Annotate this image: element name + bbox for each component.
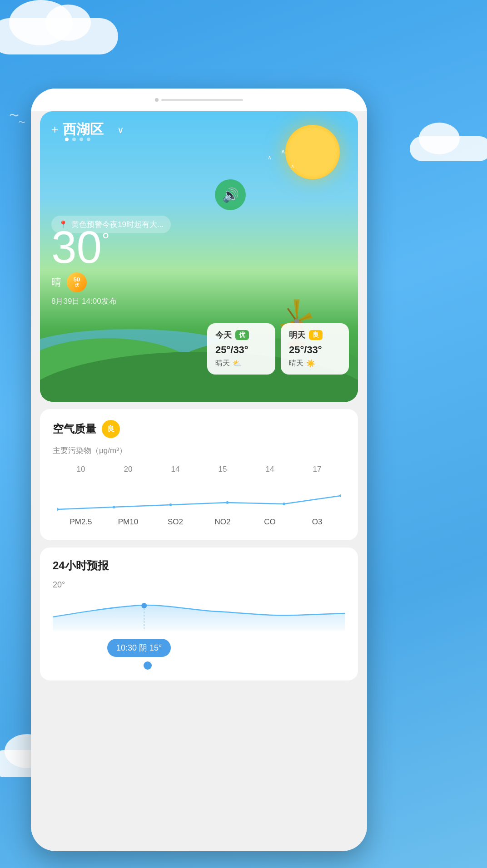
forecast24-section: 24小时预报 20° 10:30 <box>40 547 358 681</box>
condition-row: 晴 50 优 <box>51 272 117 292</box>
time-indicator-dot <box>144 661 152 670</box>
speaker-button[interactable]: 🔊 <box>215 179 246 210</box>
forecast24-chart-svg <box>53 594 345 631</box>
speaker-icon: 🔊 <box>222 187 239 203</box>
weather-bird-3: ∧ <box>291 163 294 169</box>
today-label: 今天 <box>215 330 232 340</box>
chart-line-svg <box>57 478 341 514</box>
svg-point-22 <box>283 503 285 505</box>
pollutant-label: 主要污染物（μg/m³） <box>53 445 345 456</box>
weather-card: ∧ ∧ ∧ + 西湖区 ∨ 🔊 📍 黄色预警今夜19时起有 <box>40 111 358 402</box>
chart-values-row: 10 20 14 15 14 17 <box>53 465 345 474</box>
svg-point-18 <box>57 508 59 511</box>
dot-4 <box>87 138 90 141</box>
weather-bird-2: ∧ <box>268 154 272 161</box>
forecast24-title: 24小时预报 <box>53 558 345 573</box>
air-quality-title: 空气质量 <box>53 422 96 436</box>
val-so2: 14 <box>152 465 199 474</box>
svg-point-20 <box>169 503 172 506</box>
bg-bird-1: 〜 <box>9 109 19 123</box>
today-quality-badge: 优 <box>235 330 249 340</box>
air-quality-chart: 10 20 14 15 14 17 PM2.5 <box>53 465 345 524</box>
temp-axis-label: 20° <box>53 580 345 590</box>
tomorrow-label: 明天 <box>289 330 305 340</box>
temperature-display: 30° 晴 50 优 8月39日 14:00发布 <box>51 224 117 306</box>
forecast24-chart <box>53 594 345 631</box>
chart-line-area <box>57 478 341 514</box>
today-condition: 晴天 ⛅ <box>215 359 267 368</box>
publish-time: 8月39日 14:00发布 <box>51 296 117 306</box>
svg-point-23 <box>339 494 341 497</box>
forecast-tomorrow-card[interactable]: 明天 良 25°/33° 晴天 ☀️ <box>281 323 349 375</box>
tomorrow-quality-badge: 良 <box>309 330 323 340</box>
condition-text: 晴 <box>51 276 61 289</box>
label-so2: SO2 <box>152 518 199 527</box>
label-no2: NO2 <box>199 518 246 527</box>
tomorrow-condition: 晴天 ☀️ <box>289 359 341 368</box>
forecast-cards: 今天 优 25°/33° 晴天 ⛅ 明天 良 25°/33° <box>207 323 349 375</box>
forecast-today-header: 今天 优 <box>215 330 267 340</box>
sun-icon <box>285 125 340 179</box>
forecast-tomorrow-header: 明天 良 <box>289 330 341 340</box>
val-pm10: 20 <box>104 465 152 474</box>
notch-dot <box>155 98 159 102</box>
svg-point-21 <box>226 501 229 504</box>
label-pm10: PM10 <box>104 518 152 527</box>
svg-point-19 <box>113 506 115 508</box>
location-header: + 西湖区 ∨ <box>51 120 124 139</box>
chevron-down-icon[interactable]: ∨ <box>117 124 124 135</box>
bg-cloud-right <box>410 136 487 161</box>
aqi-badge: 50 优 <box>67 272 87 292</box>
air-quality-badge: 良 <box>102 420 120 438</box>
bg-cloud-top-left <box>0 18 118 54</box>
dot-2 <box>72 138 76 141</box>
aqi-label-text: 优 <box>75 282 79 288</box>
val-pm25: 10 <box>57 465 104 474</box>
forecast-today-card[interactable]: 今天 优 25°/33° 晴天 ⛅ <box>207 323 275 375</box>
weather-bird-1: ∧ <box>281 148 285 155</box>
notch-line <box>161 99 243 101</box>
label-pm25: PM2.5 <box>57 518 104 527</box>
weather-background: ∧ ∧ ∧ + 西湖区 ∨ 🔊 📍 黄色预警今夜19时起有 <box>40 111 358 402</box>
air-quality-title-row: 空气质量 良 <box>53 420 345 438</box>
time-bubble: 10:30 阴 15° <box>107 639 171 657</box>
val-co: 14 <box>246 465 293 474</box>
tomorrow-temp: 25°/33° <box>289 344 341 356</box>
location-name[interactable]: 西湖区 <box>63 120 104 139</box>
phone-frame: ∧ ∧ ∧ + 西湖区 ∨ 🔊 📍 黄色预警今夜19时起有 <box>31 89 367 851</box>
svg-point-24 <box>141 603 147 608</box>
dot-3 <box>80 138 83 141</box>
val-no2: 15 <box>199 465 246 474</box>
bg-bird-2: 〜 <box>18 118 25 128</box>
today-temp: 25°/33° <box>215 344 267 356</box>
location-dots <box>65 138 90 141</box>
label-o3: O3 <box>293 518 341 527</box>
notch-bar <box>31 89 367 111</box>
val-o3: 17 <box>293 465 341 474</box>
dot-1 <box>65 138 69 141</box>
label-co: CO <box>246 518 293 527</box>
chart-labels-row: PM2.5 PM10 SO2 NO2 CO O3 <box>53 514 345 527</box>
aqi-number: 50 <box>74 276 80 282</box>
svg-marker-14 <box>297 312 313 321</box>
temperature-value: 30° <box>51 224 117 270</box>
add-location-icon[interactable]: + <box>51 123 58 137</box>
air-quality-section: 空气质量 良 主要污染物（μg/m³） 10 20 14 15 14 17 <box>40 409 358 540</box>
